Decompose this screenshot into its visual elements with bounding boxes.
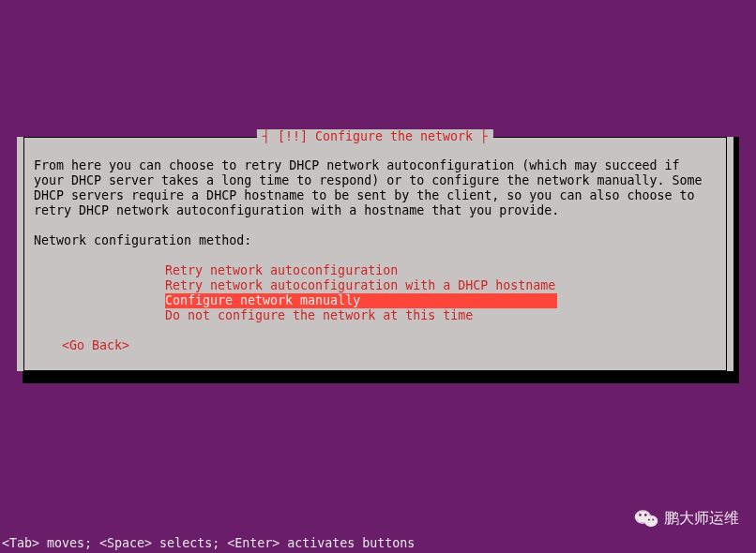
options-list: Retry network autoconfiguration Retry ne… <box>165 263 717 323</box>
footer-key-hint: <Tab> moves; <Space> selects; <Enter> ac… <box>2 536 415 551</box>
go-back-button[interactable]: <Go Back> <box>62 338 129 352</box>
svg-point-5 <box>639 514 642 516</box>
option-do-not-configure[interactable]: Do not configure the network at this tim… <box>165 308 473 323</box>
dialog-description: From here you can choose to retry DHCP n… <box>34 158 717 218</box>
svg-point-6 <box>644 514 647 516</box>
wechat-icon <box>634 508 658 529</box>
dialog-title: ┤ [!!] Configure the network ├ <box>257 129 493 144</box>
option-configure-manually[interactable]: Configure network manually <box>165 293 557 308</box>
watermark-text: 鹏大师运维 <box>664 511 739 526</box>
dialog-panel: ┤ [!!] Configure the network ├ From here… <box>17 137 733 371</box>
watermark: 鹏大师运维 <box>634 508 739 529</box>
svg-point-8 <box>648 518 650 520</box>
dialog-prompt: Network configuration method: <box>34 233 717 248</box>
network-config-dialog: ┤ [!!] Configure the network ├ From here… <box>17 131 733 378</box>
dialog-border: ┤ [!!] Configure the network ├ From here… <box>23 137 727 371</box>
option-retry-autoconfig[interactable]: Retry network autoconfiguration <box>165 263 398 278</box>
option-retry-autoconfig-hostname[interactable]: Retry network autoconfiguration with a D… <box>165 278 555 293</box>
svg-point-9 <box>652 518 654 520</box>
svg-point-7 <box>645 516 658 526</box>
